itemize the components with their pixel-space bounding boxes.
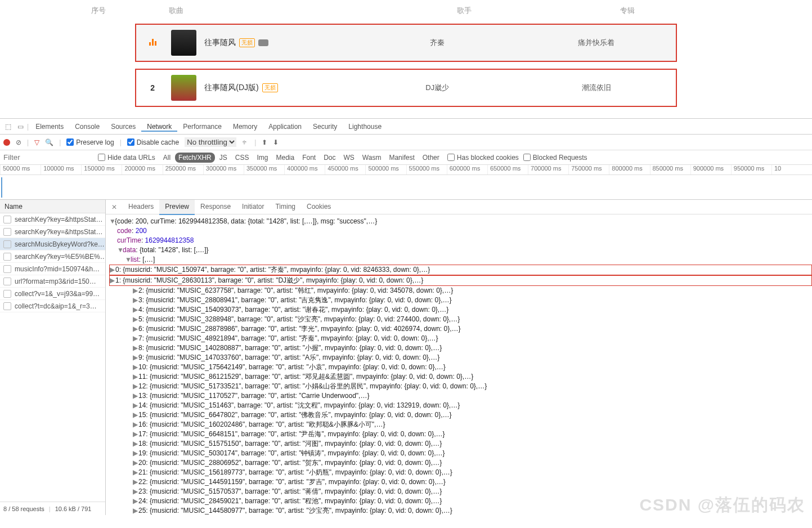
row-index — [136, 38, 169, 47]
request-list-header[interactable]: Name — [0, 200, 105, 213]
preview-list-item[interactable]: ▶19: {musicrid: "MUSIC_5030174", barrage… — [109, 449, 812, 458]
preview-list-item[interactable]: ▶14: {musicrid: "MUSIC_151463", barrage:… — [109, 401, 812, 410]
preview-list-item[interactable]: ▶1: {musicrid: "MUSIC_28630113", barrage… — [109, 275, 812, 286]
song-row[interactable]: 往事随风 无损 齐秦 痛并快乐着 — [135, 24, 677, 62]
request-item[interactable]: searchKey?key=&httpsStat… — [0, 226, 105, 238]
preview-list-item[interactable]: ▶0: {musicrid: "MUSIC_150974", barrage: … — [109, 265, 812, 275]
preview-list-item[interactable]: ▶9: {musicrid: "MUSIC_147033760", barrag… — [109, 353, 812, 363]
disable-cache-checkbox[interactable]: Disable cache — [127, 138, 179, 146]
request-item[interactable]: url?format=mp3&rid=150… — [0, 275, 105, 288]
preview-list-item[interactable]: ▶17: {musicrid: "MUSIC_6648151", barrage… — [109, 429, 812, 439]
wifi-icon[interactable]: ᯤ — [242, 138, 249, 146]
preview-list-item[interactable]: ▶7: {musicrid: "MUSIC_48921894", barrage… — [109, 334, 812, 343]
request-footer: 8 / 58 requests|10.6 kB / 791 — [0, 502, 105, 515]
device-toolbar-icon[interactable]: ▭ — [15, 121, 26, 132]
main-tab-network[interactable]: Network — [141, 123, 177, 132]
main-tab-sources[interactable]: Sources — [105, 123, 141, 131]
preserve-log-checkbox[interactable]: Preserve log — [66, 138, 114, 146]
main-tab-console[interactable]: Console — [69, 123, 105, 131]
preview-list-item[interactable]: ▶5: {musicrid: "MUSIC_3288948", barrage:… — [109, 315, 812, 324]
artist-name[interactable]: 齐秦 — [358, 38, 517, 48]
preview-list-item[interactable]: ▶22: {musicrid: "MUSIC_144591159", barra… — [109, 477, 812, 487]
detail-tab-timing[interactable]: Timing — [270, 200, 301, 215]
filter-type-all[interactable]: All — [160, 153, 174, 163]
detail-tab-cookies[interactable]: Cookies — [301, 200, 337, 215]
preview-list-item[interactable]: ▶8: {musicrid: "MUSIC_140280887", barrag… — [109, 343, 812, 353]
album-cover[interactable] — [171, 30, 196, 56]
filter-type-ws[interactable]: WS — [340, 153, 358, 163]
preview-list-item[interactable]: ▶4: {musicrid: "MUSIC_154093073", barrag… — [109, 305, 812, 315]
detail-tab-preview[interactable]: Preview — [159, 200, 195, 215]
detail-tab-response[interactable]: Response — [195, 200, 236, 215]
preview-list-item[interactable]: ▶6: {musicrid: "MUSIC_28878986", barrage… — [109, 324, 812, 334]
preview-list-item[interactable]: ▶16: {musicrid: "MUSIC_160202486", barra… — [109, 420, 812, 429]
main-tab-application[interactable]: Application — [263, 123, 307, 131]
preview-list-item[interactable]: ▶2: {musicrid: "MUSIC_6237758", barrage:… — [109, 286, 812, 296]
filter-type-wasm[interactable]: Wasm — [359, 153, 385, 163]
now-playing-icon — [148, 38, 157, 46]
main-tab-memory[interactable]: Memory — [227, 123, 263, 131]
song-title[interactable]: 往事随风(DJ版) — [204, 83, 258, 93]
main-tab-lighthouse[interactable]: Lighthouse — [343, 123, 387, 131]
filter-type-fetchxhr[interactable]: Fetch/XHR — [175, 153, 215, 163]
request-list: searchKey?key=&httpsStat…searchKey?key=&… — [0, 213, 105, 502]
preview-list-item[interactable]: ▶20: {musicrid: "MUSIC_28806952", barrag… — [109, 458, 812, 468]
detail-tab-initiator[interactable]: Initiator — [236, 200, 270, 215]
preview-list-item[interactable]: ▶13: {musicrid: "MUSIC_1170527", barrage… — [109, 391, 812, 401]
song-row[interactable]: 2 往事随风(DJ版) 无损 DJ崴少 潮流依旧 — [135, 69, 677, 107]
search-icon[interactable]: 🔍 — [45, 138, 53, 146]
main-tab-elements[interactable]: Elements — [30, 123, 69, 131]
request-item[interactable]: collect?t=dc&aip=1&_r=3… — [0, 300, 105, 312]
song-title[interactable]: 往事随风 — [204, 38, 236, 48]
has-blocked-cookies-checkbox[interactable]: Has blocked cookies — [447, 154, 519, 162]
request-item[interactable]: collect?v=1&_v=j93&a=99… — [0, 288, 105, 300]
main-tab-security[interactable]: Security — [307, 123, 343, 131]
preview-list-item[interactable]: ▶12: {musicrid: "MUSIC_51733521", barrag… — [109, 382, 812, 391]
blocked-requests-checkbox[interactable]: Blocked Requests — [523, 154, 587, 162]
inspect-icon[interactable]: ⬚ — [2, 121, 14, 132]
preview-list-item[interactable]: ▶15: {musicrid: "MUSIC_6647802", barrage… — [109, 410, 812, 420]
filter-icon[interactable]: ▽ — [34, 138, 39, 146]
filter-type-js[interactable]: JS — [216, 153, 231, 163]
quality-badge: 无损 — [262, 83, 278, 92]
preview-body[interactable]: ▼{code: 200, curTime: 1629944812358, dat… — [106, 214, 812, 515]
download-icon[interactable]: ⬇ — [273, 138, 279, 146]
preview-list-item[interactable]: ▶10: {musicrid: "MUSIC_175642149", barra… — [109, 363, 812, 372]
request-item[interactable]: searchMusicBykeyWord?ke… — [0, 238, 105, 250]
request-item[interactable]: searchKey?key=&httpsStat… — [0, 213, 105, 226]
album-name[interactable]: 痛并快乐着 — [517, 38, 676, 48]
preview-list-item[interactable]: ▶11: {musicrid: "MUSIC_86121529", barrag… — [109, 372, 812, 382]
upload-icon[interactable]: ⬆ — [262, 138, 267, 146]
filter-input[interactable] — [3, 153, 93, 162]
preview-list-item[interactable]: ▶18: {musicrid: "MUSIC_51575150", barrag… — [109, 439, 812, 449]
extra-badge — [258, 39, 268, 46]
filter-type-manifest[interactable]: Manifest — [385, 153, 418, 163]
filter-type-css[interactable]: CSS — [232, 153, 253, 163]
close-icon[interactable]: ✕ — [108, 203, 120, 211]
filter-type-other[interactable]: Other — [419, 153, 443, 163]
preview-list-item[interactable]: ▶25: {musicrid: "MUSIC_144580977", barra… — [109, 506, 812, 515]
clear-icon[interactable]: ⊘ — [16, 138, 21, 146]
album-cover[interactable] — [171, 75, 196, 101]
request-item[interactable]: musicInfo?mid=150974&h… — [0, 263, 105, 275]
request-item[interactable]: searchKey?key=%E5%BE%… — [0, 250, 105, 263]
preview-list-item[interactable]: ▶21: {musicrid: "MUSIC_156189773", barra… — [109, 468, 812, 477]
preview-list-item[interactable]: ▶23: {musicrid: "MUSIC_51570537", barrag… — [109, 487, 812, 496]
network-waterfall[interactable] — [0, 175, 812, 200]
header-album: 专辑 — [546, 6, 709, 16]
detail-tab-headers[interactable]: Headers — [123, 200, 159, 215]
preview-list-item[interactable]: ▶24: {musicrid: "MUSIC_28459021", barrag… — [109, 496, 812, 506]
main-tab-performance[interactable]: Performance — [177, 123, 227, 131]
record-button[interactable] — [3, 139, 10, 146]
filter-type-font[interactable]: Font — [299, 153, 319, 163]
filter-type-doc[interactable]: Doc — [320, 153, 339, 163]
throttling-select[interactable]: No throttling — [185, 137, 236, 147]
preview-list-item[interactable]: ▶3: {musicrid: "MUSIC_28808941", barrage… — [109, 296, 812, 305]
hide-data-urls-checkbox[interactable]: Hide data URLs — [98, 154, 155, 162]
artist-name[interactable]: DJ崴少 — [358, 83, 517, 93]
filter-type-img[interactable]: Img — [253, 153, 271, 163]
album-name[interactable]: 潮流依旧 — [517, 83, 676, 93]
header-song: 歌曲 — [169, 6, 383, 16]
filter-type-media[interactable]: Media — [272, 153, 298, 163]
network-timeline[interactable]: 50000 ms100000 ms150000 ms200000 ms25000… — [0, 165, 812, 175]
